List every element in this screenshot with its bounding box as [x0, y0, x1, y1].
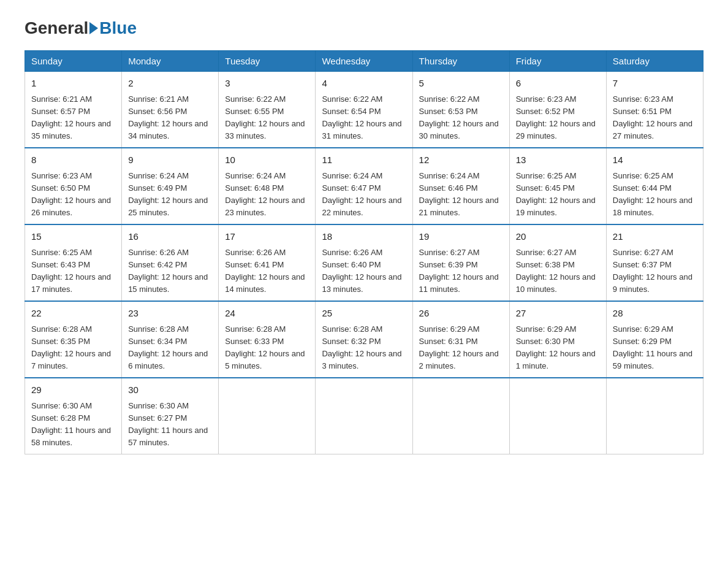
- weekday-header-thursday: Thursday: [412, 51, 509, 72]
- logo-general-text: General: [25, 18, 88, 38]
- calendar-cell: [509, 378, 606, 454]
- calendar-cell: 24Sunrise: 6:28 AMSunset: 6:33 PMDayligh…: [219, 301, 316, 378]
- calendar-cell: 19Sunrise: 6:27 AMSunset: 6:39 PMDayligh…: [412, 224, 509, 301]
- day-info: Sunrise: 6:24 AMSunset: 6:46 PMDaylight:…: [419, 170, 503, 220]
- calendar-cell: 14Sunrise: 6:25 AMSunset: 6:44 PMDayligh…: [606, 148, 703, 224]
- day-number: 11: [322, 153, 406, 167]
- calendar-week-row: 1Sunrise: 6:21 AMSunset: 6:57 PMDaylight…: [25, 72, 703, 148]
- calendar-week-row: 15Sunrise: 6:25 AMSunset: 6:43 PMDayligh…: [25, 224, 703, 301]
- day-number: 15: [31, 230, 115, 244]
- day-number: 19: [419, 230, 503, 244]
- day-number: 18: [322, 230, 406, 244]
- day-info: Sunrise: 6:29 AMSunset: 6:30 PMDaylight:…: [516, 323, 600, 373]
- page-header: General Blue: [25, 18, 703, 38]
- day-number: 24: [225, 307, 309, 321]
- day-number: 1: [31, 77, 115, 91]
- calendar-week-row: 22Sunrise: 6:28 AMSunset: 6:35 PMDayligh…: [25, 301, 703, 378]
- day-number: 23: [128, 307, 212, 321]
- day-info: Sunrise: 6:29 AMSunset: 6:31 PMDaylight:…: [419, 323, 503, 373]
- day-number: 10: [225, 153, 309, 167]
- weekday-header-sunday: Sunday: [25, 51, 122, 72]
- weekday-header-tuesday: Tuesday: [219, 51, 316, 72]
- calendar-cell: 26Sunrise: 6:29 AMSunset: 6:31 PMDayligh…: [412, 301, 509, 378]
- day-number: 6: [516, 77, 600, 91]
- calendar-cell: 15Sunrise: 6:25 AMSunset: 6:43 PMDayligh…: [25, 224, 122, 301]
- calendar-week-row: 8Sunrise: 6:23 AMSunset: 6:50 PMDaylight…: [25, 148, 703, 224]
- day-number: 8: [31, 153, 115, 167]
- day-info: Sunrise: 6:25 AMSunset: 6:43 PMDaylight:…: [31, 247, 115, 296]
- day-number: 27: [516, 307, 600, 321]
- day-number: 28: [613, 307, 697, 321]
- day-number: 12: [419, 153, 503, 167]
- calendar-table: SundayMondayTuesdayWednesdayThursdayFrid…: [25, 50, 703, 454]
- day-info: Sunrise: 6:22 AMSunset: 6:54 PMDaylight:…: [322, 93, 406, 143]
- day-info: Sunrise: 6:25 AMSunset: 6:44 PMDaylight:…: [613, 170, 697, 220]
- day-number: 20: [516, 230, 600, 244]
- day-info: Sunrise: 6:25 AMSunset: 6:45 PMDaylight:…: [516, 170, 600, 220]
- calendar-cell: 9Sunrise: 6:24 AMSunset: 6:49 PMDaylight…: [122, 148, 219, 224]
- calendar-cell: 3Sunrise: 6:22 AMSunset: 6:55 PMDaylight…: [219, 72, 316, 148]
- day-number: 2: [128, 77, 212, 91]
- logo-blue-text: Blue: [99, 18, 137, 38]
- logo-triangle-icon: [89, 22, 98, 34]
- calendar-cell: 16Sunrise: 6:26 AMSunset: 6:42 PMDayligh…: [122, 224, 219, 301]
- calendar-cell: 7Sunrise: 6:23 AMSunset: 6:51 PMDaylight…: [606, 72, 703, 148]
- day-info: Sunrise: 6:26 AMSunset: 6:41 PMDaylight:…: [225, 247, 309, 296]
- day-number: 9: [128, 153, 212, 167]
- day-number: 5: [419, 77, 503, 91]
- day-info: Sunrise: 6:24 AMSunset: 6:47 PMDaylight:…: [322, 170, 406, 220]
- calendar-cell: 8Sunrise: 6:23 AMSunset: 6:50 PMDaylight…: [25, 148, 122, 224]
- day-info: Sunrise: 6:29 AMSunset: 6:29 PMDaylight:…: [613, 323, 697, 373]
- calendar-week-row: 29Sunrise: 6:30 AMSunset: 6:28 PMDayligh…: [25, 378, 703, 454]
- day-info: Sunrise: 6:26 AMSunset: 6:40 PMDaylight:…: [322, 247, 406, 296]
- calendar-cell: 23Sunrise: 6:28 AMSunset: 6:34 PMDayligh…: [122, 301, 219, 378]
- day-info: Sunrise: 6:23 AMSunset: 6:52 PMDaylight:…: [516, 93, 600, 143]
- calendar-cell: 18Sunrise: 6:26 AMSunset: 6:40 PMDayligh…: [316, 224, 412, 301]
- day-info: Sunrise: 6:28 AMSunset: 6:33 PMDaylight:…: [225, 323, 309, 373]
- day-info: Sunrise: 6:28 AMSunset: 6:32 PMDaylight:…: [322, 323, 406, 373]
- calendar-cell: 10Sunrise: 6:24 AMSunset: 6:48 PMDayligh…: [219, 148, 316, 224]
- day-number: 22: [31, 307, 115, 321]
- calendar-cell: 12Sunrise: 6:24 AMSunset: 6:46 PMDayligh…: [412, 148, 509, 224]
- calendar-cell: [316, 378, 412, 454]
- day-number: 14: [613, 153, 697, 167]
- day-info: Sunrise: 6:27 AMSunset: 6:38 PMDaylight:…: [516, 247, 600, 296]
- day-info: Sunrise: 6:28 AMSunset: 6:34 PMDaylight:…: [128, 323, 212, 373]
- day-number: 21: [613, 230, 697, 244]
- day-number: 16: [128, 230, 212, 244]
- day-number: 13: [516, 153, 600, 167]
- day-number: 29: [31, 383, 115, 397]
- weekday-header-wednesday: Wednesday: [316, 51, 412, 72]
- calendar-cell: 29Sunrise: 6:30 AMSunset: 6:28 PMDayligh…: [25, 378, 122, 454]
- calendar-cell: 5Sunrise: 6:22 AMSunset: 6:53 PMDaylight…: [412, 72, 509, 148]
- calendar-cell: 2Sunrise: 6:21 AMSunset: 6:56 PMDaylight…: [122, 72, 219, 148]
- day-info: Sunrise: 6:28 AMSunset: 6:35 PMDaylight:…: [31, 323, 115, 373]
- weekday-header-saturday: Saturday: [606, 51, 703, 72]
- day-info: Sunrise: 6:23 AMSunset: 6:51 PMDaylight:…: [613, 93, 697, 143]
- calendar-cell: [219, 378, 316, 454]
- day-number: 26: [419, 307, 503, 321]
- calendar-cell: 27Sunrise: 6:29 AMSunset: 6:30 PMDayligh…: [509, 301, 606, 378]
- day-info: Sunrise: 6:22 AMSunset: 6:53 PMDaylight:…: [419, 93, 503, 143]
- day-info: Sunrise: 6:27 AMSunset: 6:39 PMDaylight:…: [419, 247, 503, 296]
- calendar-cell: 22Sunrise: 6:28 AMSunset: 6:35 PMDayligh…: [25, 301, 122, 378]
- day-number: 25: [322, 307, 406, 321]
- calendar-cell: 25Sunrise: 6:28 AMSunset: 6:32 PMDayligh…: [316, 301, 412, 378]
- day-info: Sunrise: 6:21 AMSunset: 6:56 PMDaylight:…: [128, 93, 212, 143]
- day-info: Sunrise: 6:27 AMSunset: 6:37 PMDaylight:…: [613, 247, 697, 296]
- logo: General Blue: [25, 18, 137, 38]
- calendar-cell: 11Sunrise: 6:24 AMSunset: 6:47 PMDayligh…: [316, 148, 412, 224]
- day-number: 17: [225, 230, 309, 244]
- calendar-cell: [412, 378, 509, 454]
- calendar-cell: 1Sunrise: 6:21 AMSunset: 6:57 PMDaylight…: [25, 72, 122, 148]
- calendar-cell: 21Sunrise: 6:27 AMSunset: 6:37 PMDayligh…: [606, 224, 703, 301]
- day-info: Sunrise: 6:30 AMSunset: 6:28 PMDaylight:…: [31, 400, 115, 450]
- calendar-cell: 17Sunrise: 6:26 AMSunset: 6:41 PMDayligh…: [219, 224, 316, 301]
- day-number: 7: [613, 77, 697, 91]
- calendar-cell: 4Sunrise: 6:22 AMSunset: 6:54 PMDaylight…: [316, 72, 412, 148]
- day-info: Sunrise: 6:24 AMSunset: 6:48 PMDaylight:…: [225, 170, 309, 220]
- day-info: Sunrise: 6:26 AMSunset: 6:42 PMDaylight:…: [128, 247, 212, 296]
- calendar-cell: 20Sunrise: 6:27 AMSunset: 6:38 PMDayligh…: [509, 224, 606, 301]
- calendar-cell: 28Sunrise: 6:29 AMSunset: 6:29 PMDayligh…: [606, 301, 703, 378]
- weekday-header-monday: Monday: [122, 51, 219, 72]
